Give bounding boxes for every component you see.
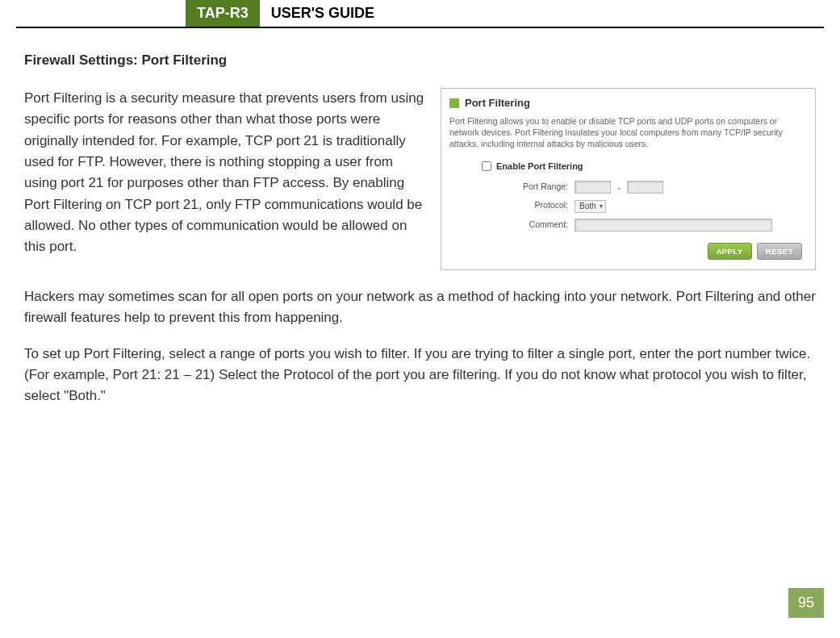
chevron-down-icon: ▾: [600, 202, 603, 210]
section-title: Firewall Settings: Port Filtering: [24, 52, 816, 69]
enable-row: Enable Port Filtering: [482, 161, 807, 171]
port-range-start-input[interactable]: [575, 181, 611, 194]
intro-paragraph: Port Filtering is a security measure tha…: [24, 88, 424, 270]
port-filtering-panel: Port Filtering Port Filtering allows you…: [441, 88, 816, 270]
comment-row: Comment:: [482, 217, 807, 232]
panel-title: Port Filtering: [465, 97, 530, 109]
port-range-end-input[interactable]: [627, 181, 663, 194]
port-range-dash: -: [617, 183, 620, 192]
panel-form: Enable Port Filtering Port Range: - Prot…: [449, 161, 807, 232]
page-header: TAP-R3 USER'S GUIDE: [16, 0, 824, 28]
protocol-select-value: Both: [579, 202, 596, 211]
panel-title-row: Port Filtering: [449, 97, 807, 109]
paragraph-3: To set up Port Filtering, select a range…: [24, 344, 816, 407]
comment-label: Comment:: [482, 219, 575, 229]
apply-button[interactable]: APPLY: [708, 243, 752, 260]
protocol-label: Protocol:: [482, 200, 575, 210]
comment-input[interactable]: [575, 219, 772, 231]
port-range-label: Port Range:: [482, 181, 575, 191]
main-row: Port Filtering is a security measure tha…: [24, 88, 816, 270]
port-range-row: Port Range: -: [482, 179, 807, 194]
header-model: TAP-R3: [186, 0, 260, 27]
enable-port-filtering-checkbox[interactable]: [482, 161, 491, 171]
protocol-row: Protocol: Both ▾: [482, 198, 807, 213]
page-content: Firewall Settings: Port Filtering Port F…: [0, 28, 840, 407]
header-title: USER'S GUIDE: [260, 0, 386, 27]
header-spacer: [16, 0, 186, 27]
reset-button[interactable]: RESET: [757, 243, 802, 260]
panel-title-icon: [449, 98, 459, 108]
page-number: 95: [788, 588, 824, 618]
enable-port-filtering-label: Enable Port Filtering: [496, 161, 583, 171]
panel-description: Port Filtering allows you to enable or d…: [449, 115, 807, 150]
paragraph-2: Hackers may sometimes scan for all open …: [24, 286, 816, 329]
protocol-select[interactable]: Both ▾: [575, 200, 606, 213]
panel-button-row: APPLY RESET: [449, 243, 807, 260]
